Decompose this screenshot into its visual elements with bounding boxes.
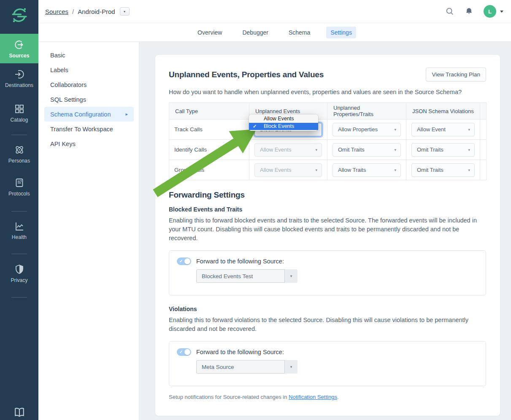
breadcrumb: Sources / Android-Prod ▾	[45, 7, 130, 16]
subnav-item-labels[interactable]: Labels	[44, 62, 134, 77]
unplanned-properties-select[interactable]: Omit Traits ▾	[333, 143, 401, 157]
notification-settings-link[interactable]: Notification Settings	[289, 394, 337, 400]
json-violations-select[interactable]: Allow Event ▾	[411, 123, 475, 136]
select-value: Allow Event	[417, 126, 446, 133]
tab-settings[interactable]: Settings	[326, 27, 356, 38]
segment-logo-icon	[10, 6, 29, 24]
destinations-icon	[14, 69, 25, 80]
dropdown-option-block-events[interactable]: ✓ Block Events	[249, 123, 318, 130]
settings-subnav: Basic Labels Collaborators SQL Settings …	[38, 42, 139, 420]
sidebar-item-privacy[interactable]: Privacy	[0, 264, 38, 283]
blocked-events-forward-card: ✓ Forward to the following Source: Block…	[169, 250, 486, 295]
unplanned-properties-select[interactable]: Allow Properties ▾	[333, 123, 401, 136]
health-icon	[14, 221, 25, 232]
unplanned-events-select[interactable]: Allow Events ▾	[254, 143, 322, 157]
subnav-item-transfer-to-workspace[interactable]: Transfer To Workspace	[44, 122, 134, 136]
caret-down-icon: ▾	[394, 168, 396, 172]
toggle-knob	[184, 349, 190, 355]
subnav-item-collaborators[interactable]: Collaborators	[44, 77, 134, 92]
sidebar-divider	[11, 297, 27, 298]
cell-call-type: Identify Calls	[169, 140, 249, 160]
forward-toggle-label: Forward to the following Source:	[196, 349, 284, 355]
caret-down-icon: ▾	[124, 10, 125, 14]
sidebar-item-label: Sources	[9, 53, 29, 59]
subnav-item-schema-configuration[interactable]: Schema Configuration ▸	[44, 107, 134, 122]
caret-down-icon: ▾	[468, 148, 470, 152]
breadcrumb-sources-link[interactable]: Sources	[45, 8, 68, 15]
sidebar-divider	[11, 135, 27, 135]
sidebar-divider	[11, 254, 27, 254]
sidebar-item-label: Personas	[8, 158, 30, 164]
subnav-item-basic[interactable]: Basic	[44, 48, 134, 62]
caret-down-icon: ▾	[315, 148, 317, 152]
subnav-item-label: Schema Configuration	[50, 111, 111, 118]
caret-down-icon: ▾	[394, 148, 396, 152]
unplanned-events-dropdown-menu: Allow Events ✓ Block Events	[249, 114, 318, 131]
select-value: Omit Traits	[417, 167, 443, 173]
sidebar-item-catalog[interactable]: Catalog	[0, 103, 38, 123]
cell-call-type: Track Calls	[169, 119, 249, 140]
select-value: Allow Events	[260, 167, 291, 173]
violations-source-select[interactable]: Meta Source ▾	[196, 360, 478, 374]
violations-forward-card: ✓ Forward to the following Source: Meta …	[169, 341, 486, 386]
table-header-row: Call Type Unplanned Events Unplanned Pro…	[169, 103, 487, 119]
user-menu[interactable]: L	[484, 5, 503, 18]
source-switcher-button[interactable]: ▾	[120, 7, 130, 16]
page-title: Unplanned Events, Properties and Values	[169, 68, 324, 79]
tab-overview[interactable]: Overview	[193, 27, 226, 38]
forwarding-settings-title: Forwarding Settings	[169, 190, 486, 200]
avatar[interactable]: L	[484, 5, 496, 18]
forward-toggle[interactable]: ✓	[177, 348, 191, 356]
sidebar-item-docs[interactable]	[0, 406, 38, 419]
notifications-bell-icon[interactable]	[465, 7, 473, 16]
personas-icon	[14, 144, 25, 155]
column-header-empty	[480, 103, 487, 119]
sidebar-item-protocols[interactable]: Protocols	[0, 177, 38, 197]
forward-toggle[interactable]: ✓	[177, 257, 191, 265]
option-label: Block Events	[264, 123, 294, 129]
sidebar-item-label: Destinations	[5, 82, 33, 88]
caret-down-icon: ▾	[468, 168, 470, 172]
tab-debugger[interactable]: Debugger	[238, 27, 273, 38]
column-header-unplanned-properties: Unplanned Properties/Traits	[327, 103, 406, 119]
segment-logo[interactable]	[0, 6, 38, 24]
table-row: Identify Calls Allow Events ▾ Omit Trait…	[169, 140, 487, 160]
select-value: Blocked Events Test	[196, 269, 285, 283]
toggle-knob	[184, 258, 190, 264]
forward-toggle-label: Forward to the following Source:	[196, 258, 284, 265]
sidebar-item-destinations[interactable]: Destinations	[0, 69, 38, 88]
check-icon: ✓	[179, 259, 183, 263]
json-violations-select[interactable]: Omit Traits ▾	[411, 143, 475, 157]
check-icon: ✓	[253, 123, 257, 130]
caret-down-icon: ▾	[394, 127, 396, 132]
unplanned-events-select[interactable]: Allow Events ▾	[254, 163, 322, 177]
submenu-arrow-icon: ▸	[125, 111, 128, 117]
section-description: How do you want to handle when unplanned…	[169, 88, 481, 97]
caret-down-icon: ▾	[285, 269, 297, 283]
select-value: Omit Traits	[338, 146, 365, 153]
view-tracking-plan-button[interactable]: View Tracking Plan	[426, 68, 486, 81]
json-violations-select[interactable]: Omit Traits ▾	[411, 163, 475, 177]
subnav-item-sql-settings[interactable]: SQL Settings	[44, 92, 134, 107]
schema-defaults-table: Call Type Unplanned Events Unplanned Pro…	[169, 103, 487, 180]
main-content: Unplanned Events, Properties and Values …	[139, 42, 511, 420]
column-header-call-type: Call Type	[169, 103, 249, 119]
dropdown-option-allow-events[interactable]: Allow Events	[249, 115, 318, 123]
privacy-icon	[14, 264, 25, 275]
tab-schema[interactable]: Schema	[284, 27, 314, 38]
sidebar-item-health[interactable]: Health	[0, 221, 38, 240]
unplanned-properties-select[interactable]: Allow Traits ▾	[333, 163, 401, 177]
schema-configuration-card: Unplanned Events, Properties and Values …	[155, 55, 500, 416]
select-value: Meta Source	[196, 360, 285, 374]
sidebar-item-sources[interactable]: Sources	[0, 34, 38, 63]
sidebar-item-personas[interactable]: Personas	[0, 144, 38, 164]
footnote-period: .	[337, 394, 339, 400]
source-tabs: Overview Debugger Schema Settings	[38, 23, 511, 42]
blocked-source-select[interactable]: Blocked Events Test ▾	[196, 269, 478, 283]
violations-heading: Violations	[169, 306, 486, 312]
subnav-item-api-keys[interactable]: API Keys	[44, 136, 134, 151]
search-icon[interactable]	[445, 7, 454, 16]
primary-sidebar: Sources Destinations Catalog Personas	[0, 0, 38, 420]
table-row: Group Calls Allow Events ▾ Allow Traits …	[169, 160, 487, 180]
sidebar-item-label: Catalog	[10, 117, 28, 123]
